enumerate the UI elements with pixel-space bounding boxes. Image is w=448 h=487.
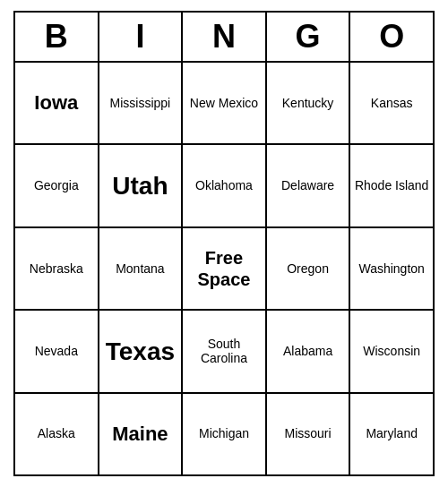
bingo-cell: Maryland — [350, 394, 433, 474]
bingo-cell: Iowa — [15, 63, 99, 143]
header-letter: I — [99, 13, 184, 61]
bingo-cell: Washington — [350, 228, 433, 309]
bingo-cell: Kansas — [350, 63, 433, 143]
bingo-cell: Nebraska — [15, 228, 99, 309]
header-letter: B — [15, 13, 99, 61]
bingo-cell: Maine — [99, 394, 184, 474]
bingo-cell: Mississippi — [99, 63, 184, 143]
bingo-cell: Georgia — [15, 145, 99, 226]
bingo-cell: Montana — [99, 228, 184, 309]
bingo-cell: Missouri — [267, 394, 351, 474]
bingo-cell: South Carolina — [183, 311, 267, 391]
bingo-cell: Oregon — [267, 228, 351, 309]
bingo-row: IowaMississippiNew MexicoKentuckyKansas — [15, 63, 433, 145]
bingo-row: AlaskaMaineMichiganMissouriMaryland — [15, 394, 433, 474]
bingo-cell: Michigan — [183, 394, 267, 474]
header-letter: N — [183, 13, 267, 61]
header-letter: O — [350, 13, 433, 61]
header-letter: G — [267, 13, 351, 61]
bingo-card: BINGO IowaMississippiNew MexicoKentuckyK… — [13, 11, 435, 476]
bingo-cell: Alaska — [15, 394, 99, 474]
bingo-cell: Wisconsin — [350, 311, 433, 391]
bingo-body: IowaMississippiNew MexicoKentuckyKansasG… — [15, 63, 433, 474]
bingo-cell: Oklahoma — [183, 145, 267, 226]
bingo-cell: New Mexico — [183, 63, 267, 143]
bingo-row: GeorgiaUtahOklahomaDelawareRhode Island — [15, 145, 433, 227]
bingo-cell: Delaware — [267, 145, 351, 226]
bingo-cell: Texas — [99, 311, 184, 391]
bingo-cell: Utah — [99, 145, 184, 226]
bingo-cell: Nevada — [15, 311, 99, 391]
bingo-row: NebraskaMontanaFree SpaceOregonWashingto… — [15, 228, 433, 311]
bingo-cell: Alabama — [267, 311, 351, 391]
bingo-cell: Free Space — [183, 228, 267, 309]
bingo-cell: Rhode Island — [350, 145, 433, 226]
bingo-cell: Kentucky — [267, 63, 351, 143]
bingo-row: NevadaTexasSouth CarolinaAlabamaWisconsi… — [15, 311, 433, 393]
bingo-header: BINGO — [15, 13, 433, 63]
